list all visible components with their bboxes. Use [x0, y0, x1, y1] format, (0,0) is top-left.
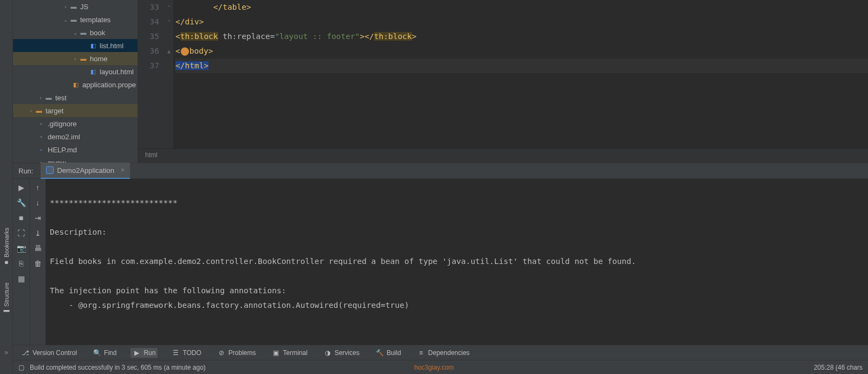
print-icon[interactable]: 🖶	[34, 244, 42, 253]
status-bar: ▢ Build completed successfully in 3 sec,…	[13, 360, 868, 374]
tree-item-demo2-iml[interactable]: ▫demo2.iml	[13, 130, 138, 143]
structure-tool[interactable]: ▬ Structure	[3, 282, 10, 315]
run-panel: ▶ 🔧 ■ ⛶ 📷 ⎘ ▦ ↑ ↓ ⇥ ⤓ 🖶 🗑 **************…	[13, 179, 868, 345]
rerun-icon[interactable]: ▶	[18, 183, 24, 192]
tree-item-test[interactable]: ›▬test	[13, 91, 138, 104]
run-tool-col-1: ▶ 🔧 ■ ⛶ 📷 ⎘ ▦	[13, 179, 29, 345]
spring-icon	[46, 166, 54, 174]
line-gutter: 33 34 35 36 37	[138, 0, 165, 149]
tree-item-target[interactable]: ›▬target	[13, 104, 138, 117]
dump-icon[interactable]: ⛶	[17, 229, 25, 237]
editor[interactable]: 33 34 35 36 37 ⌃⌃▲ </table> </div> <th:b…	[138, 0, 868, 163]
bottom-tool-strip: ⎇Version Control 🔍Find ▶Run ☰TODO ⊘Probl…	[13, 345, 868, 360]
tree-item-templates[interactable]: ⌄▬templates	[13, 13, 138, 26]
tool-run[interactable]: ▶Run	[130, 348, 158, 358]
run-tool-col-2: ↑ ↓ ⇥ ⤓ 🖶 🗑	[29, 179, 45, 345]
breadcrumb[interactable]: html	[138, 149, 868, 163]
wrap-icon[interactable]: ⇥	[35, 214, 41, 222]
tool-terminal[interactable]: ▣Terminal	[270, 348, 310, 358]
scroll-icon[interactable]: ⤓	[35, 229, 41, 237]
caret-position: 205:28 (46 chars	[814, 364, 863, 371]
layout-icon[interactable]: ▦	[18, 274, 25, 283]
tool-build[interactable]: 🔨Build	[374, 348, 403, 358]
run-panel-header: Run: Demo2Application ×	[13, 163, 868, 179]
bookmarks-tool[interactable]: ■ Bookmarks	[3, 228, 10, 266]
settings-icon[interactable]: 🔧	[17, 198, 26, 207]
code-area[interactable]: </table> </div> <th:block th:replace="la…	[173, 0, 868, 149]
console-output[interactable]: *************************** Description:…	[45, 179, 868, 345]
exit-icon[interactable]: ⎘	[19, 259, 23, 268]
close-tab-icon[interactable]: ×	[121, 166, 125, 174]
tool-find[interactable]: 🔍Find	[91, 348, 119, 358]
tree-item-list-html[interactable]: ◧list.html	[13, 39, 138, 52]
camera-icon[interactable]: 📷	[17, 244, 26, 253]
tree-item-mvnw[interactable]: ▫mvnw	[13, 156, 138, 163]
down-icon[interactable]: ↓	[36, 198, 40, 207]
run-label: Run:	[13, 167, 41, 175]
project-tree[interactable]: ›▬JS ⌄▬templates ⌄▬book ◧list.html ›▬hom…	[13, 0, 138, 163]
tool-services[interactable]: ◑Services	[322, 348, 362, 358]
status-icon[interactable]: ▢	[18, 364, 24, 371]
tree-item-home[interactable]: ›▬home	[13, 52, 138, 65]
stop-icon[interactable]: ■	[19, 214, 23, 222]
tree-item-app-props[interactable]: ◧application.prope	[13, 78, 138, 91]
tool-problems[interactable]: ⊘Problems	[216, 348, 258, 358]
tool-dependencies[interactable]: ≡Dependencies	[415, 348, 472, 358]
tree-item-gitignore[interactable]: ▫.gitignore	[13, 117, 138, 130]
tree-item-js[interactable]: ›▬JS	[13, 0, 138, 13]
tree-item-book[interactable]: ⌄▬book	[13, 26, 138, 39]
tree-item-layout-html[interactable]: ◧layout.html	[13, 65, 138, 78]
status-message: Build completed successfully in 3 sec, 6…	[30, 364, 206, 371]
tree-item-help-md[interactable]: ▫HELP.md	[13, 143, 138, 156]
run-tab-demo2[interactable]: Demo2Application ×	[41, 163, 130, 179]
tool-todo[interactable]: ☰TODO	[169, 348, 203, 358]
tool-version-control[interactable]: ⎇Version Control	[19, 348, 79, 358]
left-tool-rail: ■ Bookmarks ▬ Structure »	[0, 0, 13, 374]
up-icon[interactable]: ↑	[36, 183, 40, 192]
fold-column[interactable]: ⌃⌃▲	[165, 0, 173, 149]
watermark-link: hoc3giay.com	[414, 364, 454, 371]
more-tools-icon[interactable]: »	[4, 348, 8, 356]
trash-icon[interactable]: 🗑	[34, 259, 42, 268]
